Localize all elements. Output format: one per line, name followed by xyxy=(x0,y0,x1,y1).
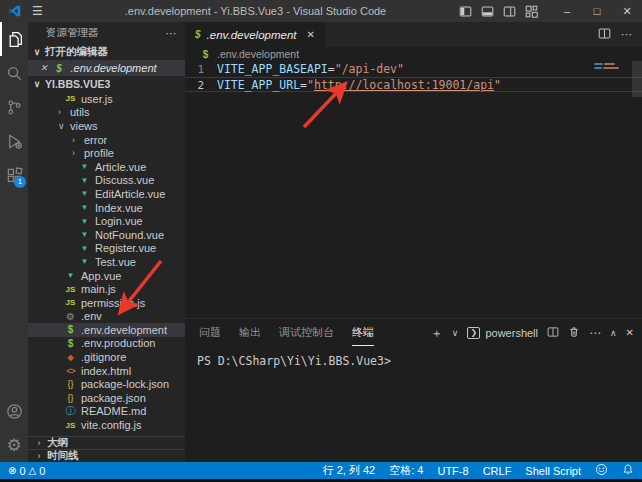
shellscript-file-icon: $ xyxy=(53,63,66,74)
run-debug-icon[interactable] xyxy=(0,124,28,158)
tree-item[interactable]: ⓘREADME.md xyxy=(28,405,185,419)
tree-item[interactable]: JSuser.js xyxy=(28,92,185,106)
new-terminal-icon[interactable]: ＋ xyxy=(431,327,443,339)
tree-item[interactable]: ▼Discuss.vue xyxy=(28,174,185,188)
panel-tab[interactable]: 问题 xyxy=(199,319,221,346)
activity-bar: 1 ⚙ xyxy=(0,22,28,462)
vscode-logo-icon xyxy=(8,4,22,18)
status-cursor-position[interactable]: 行 2, 列 42 xyxy=(323,463,376,478)
terminal-shell-item[interactable]: ❯ powershell xyxy=(467,327,538,339)
tree-item[interactable]: {}package-lock.json xyxy=(28,377,185,391)
customize-layout-icon[interactable] xyxy=(525,5,538,18)
kill-terminal-icon[interactable] xyxy=(568,326,580,340)
chevron-right-icon: › xyxy=(72,135,80,145)
panel-tab[interactable]: 输出 xyxy=(239,319,261,346)
settings-gear-icon[interactable]: ⚙ xyxy=(0,428,28,462)
project-root-section[interactable]: ∨ YI.BBS.VUE3 xyxy=(28,76,185,92)
tree-item[interactable]: ▼Register.vue xyxy=(28,242,185,256)
outline-section[interactable]: › 大纲 xyxy=(28,436,185,449)
maximize-button[interactable]: □ xyxy=(582,0,612,22)
toggle-secondary-sidebar-icon[interactable] xyxy=(503,5,516,18)
code-line[interactable]: 2VITE_APP_URL="http://localhost:19001/ap… xyxy=(185,77,642,92)
close-editor-icon[interactable]: ✕ xyxy=(40,63,48,73)
source-control-icon[interactable] xyxy=(0,90,28,124)
panel-more-actions-icon[interactable]: ⋯ xyxy=(589,327,601,339)
js-file-icon: JS xyxy=(64,94,77,103)
status-eol[interactable]: CRLF xyxy=(483,465,512,477)
extensions-icon[interactable]: 1 xyxy=(0,158,28,192)
tab-close-icon[interactable]: ✕ xyxy=(307,29,315,40)
tree-item[interactable]: <>index.html xyxy=(28,364,185,378)
explorer-icon[interactable] xyxy=(0,22,28,56)
problems-status-item[interactable]: ⊗ 0 △ 0 xyxy=(8,465,45,477)
split-terminal-icon[interactable] xyxy=(547,326,559,340)
open-editor-item[interactable]: ✕ $ .env.development xyxy=(28,60,185,76)
close-panel-icon[interactable]: ✕ xyxy=(626,328,634,338)
terminal-dropdown-icon[interactable]: ∨ xyxy=(452,328,459,338)
status-language-mode[interactable]: Shell Script xyxy=(525,465,581,477)
tree-item[interactable]: {}package.json xyxy=(28,391,185,405)
account-icon[interactable] xyxy=(0,394,28,428)
timeline-section[interactable]: › 时间线 xyxy=(28,449,185,462)
panel-tab[interactable]: 终端 xyxy=(352,319,374,346)
toggle-panel-icon[interactable] xyxy=(481,5,494,18)
status-indentation[interactable]: 空格: 4 xyxy=(389,463,423,478)
code-editor[interactable]: 1VITE_APP_BASEAPI="/api-dev"2VITE_APP_UR… xyxy=(185,61,642,318)
shellscript-file-icon: $ xyxy=(195,29,201,40)
explorer-more-actions-icon[interactable]: ⋯ xyxy=(166,27,178,39)
vscode-window: ☰ .env.development - Yi.BBS.Vue3 - Visua… xyxy=(0,0,642,482)
editor-more-actions-icon[interactable]: ⋯ xyxy=(621,28,632,41)
tree-item[interactable]: ∨views xyxy=(28,119,185,133)
chevron-down-icon: ∨ xyxy=(32,47,42,57)
close-window-button[interactable]: ✕ xyxy=(612,0,642,22)
chevron-down-icon: ∨ xyxy=(32,79,42,89)
vue-file-icon: ▼ xyxy=(78,257,91,266)
breadcrumb[interactable]: $ .env.development xyxy=(185,47,642,61)
tree-item[interactable]: ◆.gitignore xyxy=(28,350,185,364)
minimap[interactable] xyxy=(594,63,630,71)
code-token: "/api-dev" xyxy=(335,62,404,77)
tree-item[interactable]: ▼EditArticle.vue xyxy=(28,187,185,201)
tree-item[interactable]: JSvite.config.js xyxy=(28,418,185,432)
tree-item[interactable]: $.env.production xyxy=(28,337,185,351)
code-line[interactable]: 1VITE_APP_BASEAPI="/api-dev" xyxy=(185,62,642,77)
tree-item[interactable]: ▼Test.vue xyxy=(28,255,185,269)
feedback-icon[interactable] xyxy=(595,463,608,478)
tree-item[interactable]: JSmain.js xyxy=(28,282,185,296)
open-editors-section[interactable]: ∨ 打开的编辑器 xyxy=(28,44,185,60)
tree-item[interactable]: ▼App.vue xyxy=(28,269,185,283)
shellscript-file-icon: $ xyxy=(199,49,212,60)
minimize-button[interactable]: – xyxy=(552,0,582,22)
panel-tabs: 问题输出调试控制台终端 xyxy=(193,319,374,346)
terminal-output[interactable]: PS D:\CSharp\Yi\Yi.BBS.Vue3> xyxy=(185,346,642,368)
tree-item-label: Login.vue xyxy=(95,215,143,227)
tree-item[interactable]: $.env.development xyxy=(28,323,185,337)
chevron-right-icon: › xyxy=(58,107,66,117)
toggle-sidebar-icon[interactable] xyxy=(459,5,472,18)
vue-file-icon: ▼ xyxy=(78,244,91,253)
status-encoding[interactable]: UTF-8 xyxy=(437,465,468,477)
warning-count: 0 xyxy=(39,465,45,477)
error-count: 0 xyxy=(19,465,25,477)
editor-scrollbar[interactable] xyxy=(632,61,642,97)
tree-item[interactable]: ▼Article.vue xyxy=(28,160,185,174)
tree-item-label: permission.js xyxy=(81,297,145,309)
maximize-panel-icon[interactable]: ∧ xyxy=(610,328,617,338)
tree-item[interactable]: ▼NotFound.vue xyxy=(28,228,185,242)
js-file-icon: JS xyxy=(64,421,77,430)
tree-item[interactable]: ›profile xyxy=(28,146,185,160)
tab-env-development[interactable]: $ .env.development ✕ xyxy=(185,22,325,47)
info-file-icon: ⓘ xyxy=(64,405,77,419)
tree-item[interactable]: ›utils xyxy=(28,106,185,120)
code-link[interactable]: http://localhost:19001/api xyxy=(314,78,494,91)
menu-icon[interactable]: ☰ xyxy=(32,4,43,18)
notifications-bell-icon[interactable] xyxy=(622,463,634,478)
tree-item[interactable]: ▼Login.vue xyxy=(28,214,185,228)
tree-item[interactable]: ▼Index.vue xyxy=(28,201,185,215)
split-editor-icon[interactable] xyxy=(598,27,611,42)
tree-item[interactable]: JSpermission.js xyxy=(28,296,185,310)
tree-item[interactable]: ⚙.env xyxy=(28,310,185,324)
panel-tab[interactable]: 调试控制台 xyxy=(279,319,334,346)
tree-item[interactable]: ›error xyxy=(28,133,185,147)
search-icon[interactable] xyxy=(0,56,28,90)
